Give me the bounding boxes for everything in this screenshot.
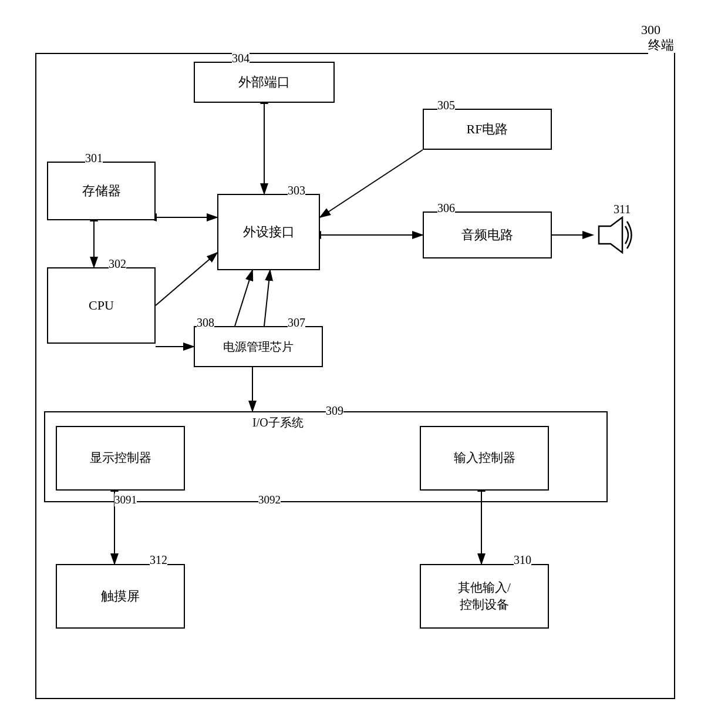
cpu-box: CPU	[47, 267, 156, 344]
cpu-number: 302	[109, 257, 126, 271]
power-mgmt-number1: 308	[197, 316, 214, 330]
input-controller-number: 3092	[258, 493, 281, 506]
display-controller-number: 3091	[114, 493, 137, 506]
power-mgmt-box: 电源管理芯片	[194, 326, 323, 367]
terminal-label: 300	[641, 22, 660, 38]
peripheral-interface-number: 303	[288, 184, 305, 197]
other-input-number: 310	[514, 553, 531, 567]
rf-circuit-number: 305	[437, 99, 455, 112]
audio-circuit-number: 306	[437, 202, 455, 215]
touchscreen-box: 触摸屏	[56, 564, 185, 629]
io-subsystem-number: 309	[326, 404, 343, 418]
display-controller-box: 显示控制器	[56, 426, 185, 491]
audio-circuit-box: 音频电路	[423, 211, 552, 258]
diagram-container: 300 终端 外部端口 304 存储器 301 外设接口 303 CPU 302…	[0, 0, 728, 722]
rf-circuit-box: RF电路	[423, 109, 552, 150]
memory-number: 301	[85, 152, 103, 165]
input-controller-box: 输入控制器	[420, 426, 549, 491]
speaker-number: 311	[614, 203, 631, 216]
external-port-box: 外部端口	[194, 62, 335, 103]
other-input-box: 其他输入/ 控制设备	[420, 564, 549, 629]
power-mgmt-number2: 307	[288, 316, 305, 330]
external-port-number: 304	[232, 52, 250, 65]
terminal-title: 终端	[648, 36, 674, 54]
io-subsystem-label: I/O子系统	[252, 415, 304, 431]
memory-box: 存储器	[47, 162, 156, 220]
touchscreen-number: 312	[150, 553, 167, 567]
peripheral-interface-box: 外设接口	[217, 194, 320, 270]
